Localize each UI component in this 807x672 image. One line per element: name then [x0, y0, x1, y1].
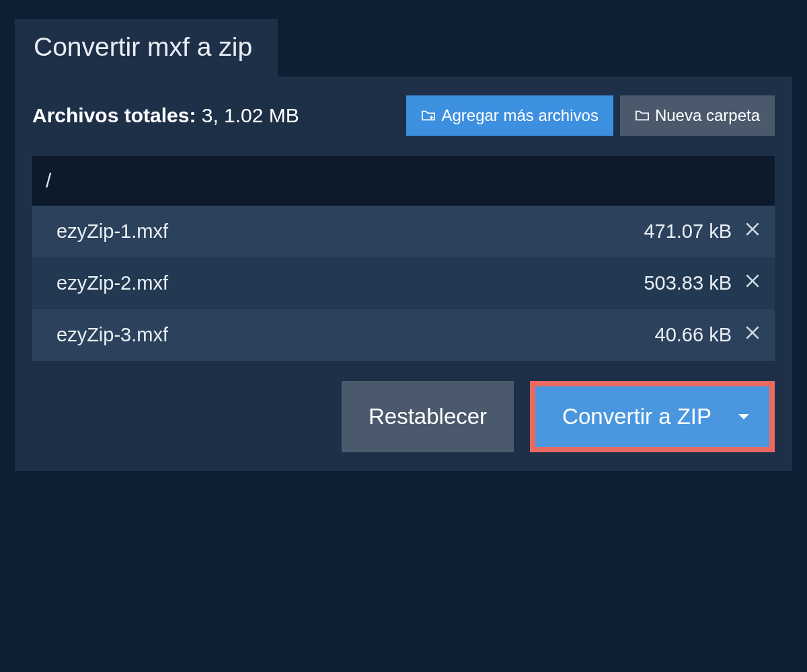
caret-down-icon [738, 414, 749, 419]
file-list: / ezyZip-1.mxf471.07 kBezyZip-2.mxf503.8… [32, 156, 775, 361]
main-panel: Archivos totales: 3, 1.02 MB Agregar más… [15, 77, 792, 471]
totals-label: Archivos totales: [32, 104, 196, 126]
tab-title: Convertir mxf a zip [15, 19, 278, 77]
add-files-label: Agregar más archivos [441, 106, 598, 125]
folder-plus-icon [421, 109, 436, 122]
totals-value: 3, 1.02 MB [202, 104, 299, 126]
remove-file-icon[interactable] [744, 272, 761, 294]
totals-text: Archivos totales: 3, 1.02 MB [32, 104, 399, 127]
file-size: 471.07 kB [644, 220, 732, 243]
file-row: ezyZip-3.mxf40.66 kB [32, 309, 775, 361]
folder-icon [635, 109, 650, 122]
add-files-button[interactable]: Agregar más archivos [406, 95, 613, 136]
toolbar: Archivos totales: 3, 1.02 MB Agregar más… [32, 95, 775, 136]
reset-button[interactable]: Restablecer [342, 381, 514, 452]
action-bar: Restablecer Convertir a ZIP [32, 381, 775, 452]
file-size: 503.83 kB [644, 272, 732, 294]
convert-highlight: Convertir a ZIP [530, 381, 775, 452]
file-row: ezyZip-2.mxf503.83 kB [32, 257, 775, 309]
file-name: ezyZip-2.mxf [56, 272, 631, 294]
convert-label: Convertir a ZIP [562, 404, 712, 429]
file-name: ezyZip-3.mxf [56, 324, 643, 346]
remove-file-icon[interactable] [744, 220, 761, 243]
file-size: 40.66 kB [655, 324, 732, 346]
new-folder-label: Nueva carpeta [655, 106, 760, 125]
path-row[interactable]: / [32, 156, 775, 206]
file-row: ezyZip-1.mxf471.07 kB [32, 206, 775, 257]
convert-button[interactable]: Convertir a ZIP [535, 386, 769, 447]
file-name: ezyZip-1.mxf [56, 220, 631, 243]
remove-file-icon[interactable] [744, 324, 761, 346]
new-folder-button[interactable]: Nueva carpeta [620, 95, 775, 136]
